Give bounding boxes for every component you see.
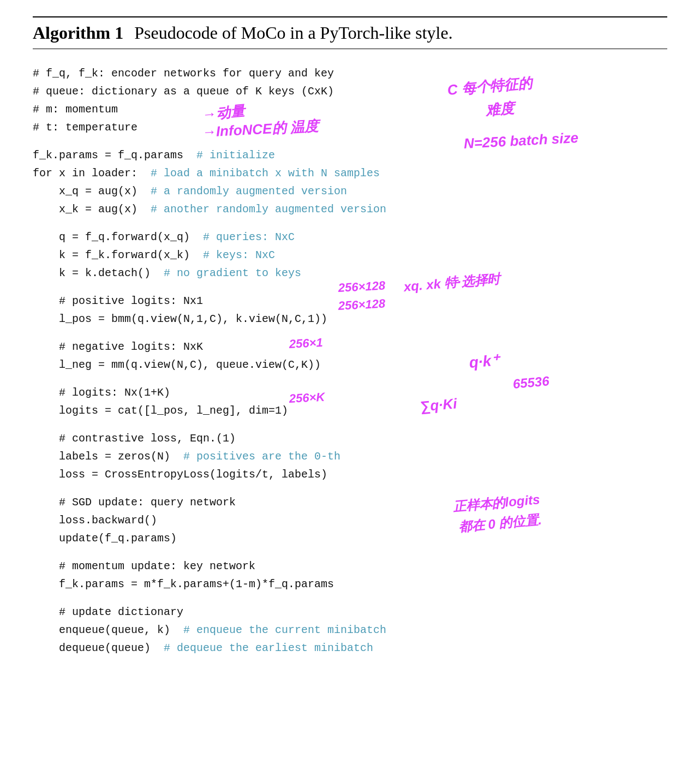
comment-line: # t: temperature — [33, 118, 667, 136]
comment-line: # m: momentum — [33, 100, 667, 118]
code-line: l_pos = bmm(q.view(N,1,C), k.view(N,C,1)… — [33, 310, 667, 328]
blank-line — [33, 218, 667, 228]
comment-line: # f_q, f_k: encoder networks for query a… — [33, 64, 667, 82]
code-line: k = k.detach() # no gradient to keys — [33, 264, 667, 282]
code-line: f_k.params = f_q.params # initialize — [33, 146, 667, 164]
code-line: q = f_q.forward(x_q) # queries: NxC — [33, 228, 667, 246]
blank-line — [33, 483, 667, 493]
blank-line — [33, 593, 667, 603]
blank-line — [33, 374, 667, 384]
blank-line — [33, 328, 667, 338]
blank-line — [33, 420, 667, 429]
comment-line: # logits: Nx(1+K) — [33, 384, 667, 402]
blank-line — [33, 547, 667, 557]
code-line: for x in loader: # load a minibatch x wi… — [33, 164, 667, 182]
comment-line: # contrastive loss, Eqn.(1) — [33, 429, 667, 447]
code-line: k = f_k.forward(x_k) # keys: NxC — [33, 246, 667, 264]
code-line: dequeue(queue) # dequeue the earliest mi… — [33, 639, 667, 657]
comment-line: # update dictionary — [33, 603, 667, 621]
code-line: l_neg = mm(q.view(N,C), queue.view(C,K)) — [33, 356, 667, 374]
code-line: f_k.params = m*f_k.params+(1-m)*f_q.para… — [33, 575, 667, 593]
code-line: loss.backward() — [33, 511, 667, 529]
algorithm-title: Algorithm 1 Pseudocode of MoCo in a PyTo… — [33, 23, 453, 43]
comment-line: # positive logits: Nx1 — [33, 292, 667, 310]
code-line: update(f_q.params) — [33, 529, 667, 547]
comment-line: # queue: dictionary as a queue of K keys… — [33, 82, 667, 100]
blank-line — [33, 136, 667, 146]
page-container: Algorithm 1 Pseudocode of MoCo in a PyTo… — [0, 0, 700, 782]
code-block: # f_q, f_k: encoder networks for query a… — [33, 64, 667, 657]
code-line: loss = CrossEntropyLoss(logits/t, labels… — [33, 465, 667, 483]
blank-line — [33, 282, 667, 292]
code-line: labels = zeros(N) # positives are the 0-… — [33, 447, 667, 465]
comment-line: # momentum update: key network — [33, 557, 667, 575]
code-line: x_k = aug(x) # another randomly augmente… — [33, 200, 667, 218]
code-line: logits = cat([l_pos, l_neg], dim=1) — [33, 402, 667, 420]
comment-line: # SGD update: query network — [33, 493, 667, 511]
code-line: enqueue(queue, k) # enqueue the current … — [33, 621, 667, 639]
code-line: x_q = aug(x) # a randomly augmented vers… — [33, 182, 667, 200]
algorithm-header: Algorithm 1 Pseudocode of MoCo in a PyTo… — [33, 16, 667, 49]
comment-line: # negative logits: NxK — [33, 338, 667, 356]
